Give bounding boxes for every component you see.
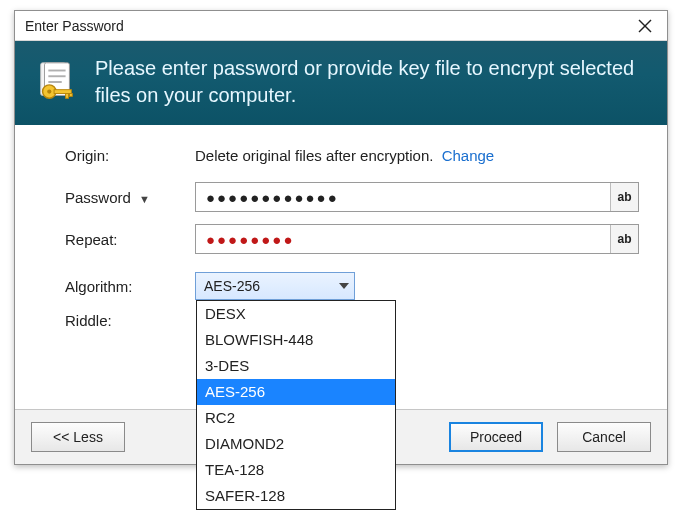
algorithm-selected: AES-256 <box>196 278 334 294</box>
close-icon <box>638 19 652 33</box>
algorithm-option[interactable]: SAFER-128 <box>197 483 395 509</box>
algorithm-option[interactable]: RC2 <box>197 405 395 431</box>
label-password[interactable]: Password ▼ <box>65 189 195 206</box>
svg-point-8 <box>47 89 51 93</box>
algorithm-option[interactable]: DESX <box>197 301 395 327</box>
algorithm-option[interactable]: AES-256 <box>197 379 395 405</box>
cancel-button[interactable]: Cancel <box>557 422 651 452</box>
dialog-body: Origin: Delete original files after encr… <box>15 125 667 409</box>
algorithm-option[interactable]: 3-DES <box>197 353 395 379</box>
algorithm-option[interactable]: TEA-128 <box>197 457 395 483</box>
algorithm-dropdown[interactable]: DESX BLOWFISH-448 3-DES AES-256 RC2 DIAM… <box>196 300 396 510</box>
dialog-banner: Please enter password or provide key fil… <box>15 41 667 125</box>
origin-value: Delete original files after encryption. … <box>195 147 639 164</box>
repeat-mask: ●●●●●●●● <box>196 225 610 253</box>
label-riddle: Riddle: <box>65 312 195 329</box>
row-repeat: Repeat: ●●●●●●●● ab <box>65 224 639 254</box>
label-repeat: Repeat: <box>65 231 195 248</box>
row-algorithm: Algorithm: AES-256 DESX BLOWFISH-448 3-D… <box>65 272 639 300</box>
repeat-reveal-button[interactable]: ab <box>610 225 638 253</box>
dialog-window: Enter Password Please enter password or … <box>14 10 668 465</box>
algorithm-option[interactable]: DIAMOND2 <box>197 431 395 457</box>
titlebar: Enter Password <box>15 11 667 41</box>
keyfile-icon <box>33 59 79 105</box>
proceed-button[interactable]: Proceed <box>449 422 543 452</box>
algorithm-option[interactable]: BLOWFISH-448 <box>197 327 395 353</box>
svg-rect-11 <box>69 94 72 97</box>
password-field[interactable]: ●●●●●●●●●●●● ab <box>195 182 639 212</box>
row-origin: Origin: Delete original files after encr… <box>65 147 639 164</box>
algorithm-combobox[interactable]: AES-256 DESX BLOWFISH-448 3-DES AES-256 … <box>195 272 355 300</box>
label-origin: Origin: <box>65 147 195 164</box>
repeat-field[interactable]: ●●●●●●●● ab <box>195 224 639 254</box>
chevron-down-icon <box>339 283 349 289</box>
banner-text: Please enter password or provide key fil… <box>95 55 649 109</box>
password-reveal-button[interactable]: ab <box>610 183 638 211</box>
origin-change-link[interactable]: Change <box>442 147 495 164</box>
row-password: Password ▼ ●●●●●●●●●●●● ab <box>65 182 639 212</box>
origin-text: Delete original files after encryption. <box>195 147 433 164</box>
less-button[interactable]: << Less <box>31 422 125 452</box>
combobox-drop-button[interactable] <box>334 273 354 299</box>
svg-rect-10 <box>66 94 69 99</box>
close-button[interactable] <box>631 11 659 40</box>
svg-rect-9 <box>54 90 71 94</box>
window-title: Enter Password <box>25 18 124 34</box>
label-algorithm: Algorithm: <box>65 278 195 295</box>
chevron-down-icon: ▼ <box>139 193 150 205</box>
password-mask: ●●●●●●●●●●●● <box>196 183 610 211</box>
